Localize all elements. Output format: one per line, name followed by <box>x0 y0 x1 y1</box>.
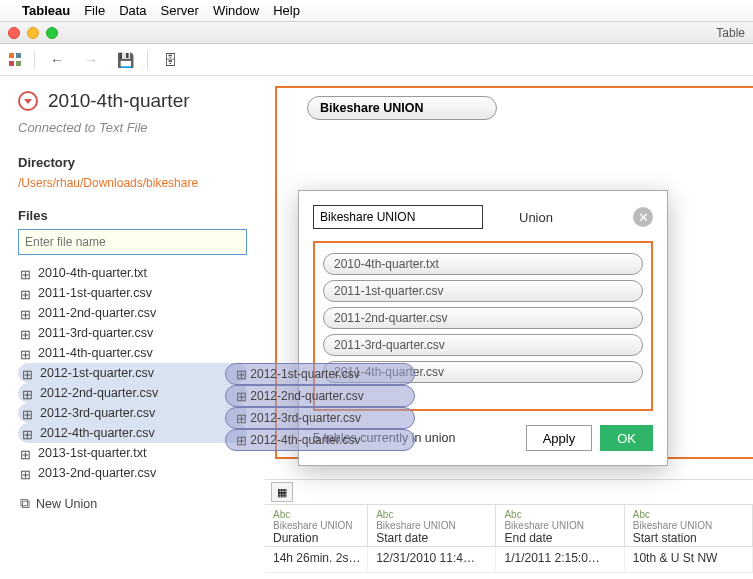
table-icon <box>236 411 247 426</box>
app-name[interactable]: Tableau <box>22 3 70 18</box>
save-button[interactable]: 💾 <box>113 49 137 71</box>
file-name: 2011-1st-quarter.csv <box>38 286 152 300</box>
table-cell: 14h 26min. 2s… <box>265 547 368 572</box>
file-filter-input[interactable] <box>18 229 247 255</box>
files-label: Files <box>18 208 247 223</box>
file-item[interactable]: 2010-4th-quarter.txt <box>18 263 247 283</box>
apply-button[interactable]: Apply <box>526 425 593 451</box>
data-grid: ▦ AbcBikeshare UNIONDurationAbcBikeshare… <box>265 479 753 579</box>
directory-label: Directory <box>18 155 247 170</box>
file-item[interactable]: 2012-4th-quarter.csv <box>18 423 247 443</box>
file-item[interactable]: 2011-3rd-quarter.csv <box>18 323 247 343</box>
menu-help[interactable]: Help <box>273 3 300 18</box>
file-list: 2010-4th-quarter.txt2011-1st-quarter.csv… <box>18 263 247 483</box>
grid-view-button[interactable]: ▦ <box>271 482 293 502</box>
drag-ghost: 2012-4th-quarter.csv <box>225 429 415 451</box>
connection-type: Connected to Text File <box>18 120 247 135</box>
left-panel: 2010-4th-quarter Connected to Text File … <box>0 76 265 579</box>
mac-menubar: Tableau File Data Server Window Help <box>0 0 753 22</box>
drag-ghost: 2012-2nd-quarter.csv <box>225 385 415 407</box>
table-icon <box>20 287 32 299</box>
new-union-button[interactable]: New Union <box>18 489 247 518</box>
file-name: 2012-4th-quarter.csv <box>40 426 155 440</box>
titlebar: Table <box>0 22 753 44</box>
union-table-pill[interactable]: 2010-4th-quarter.txt <box>323 253 643 275</box>
table-icon <box>236 367 247 382</box>
window-title: Table <box>716 26 745 40</box>
file-name: 2013-1st-quarter.txt <box>38 446 146 460</box>
table-icon <box>20 327 32 339</box>
forward-button[interactable]: → <box>79 49 103 71</box>
file-name: 2012-3rd-quarter.csv <box>40 406 155 420</box>
drag-ghost: 2012-3rd-quarter.csv <box>225 407 415 429</box>
table-icon <box>20 447 32 459</box>
union-pill-label: Bikeshare UNION <box>320 101 424 115</box>
file-item[interactable]: 2012-3rd-quarter.csv <box>18 403 247 423</box>
data-button[interactable]: 🗄 <box>158 49 182 71</box>
menu-server[interactable]: Server <box>161 3 199 18</box>
file-item[interactable]: 2011-4th-quarter.csv <box>18 343 247 363</box>
union-table-pill[interactable]: 2011-1st-quarter.csv <box>323 280 643 302</box>
table-icon <box>22 407 34 419</box>
file-item[interactable]: 2013-1st-quarter.txt <box>18 443 247 463</box>
table-icon <box>20 267 32 279</box>
table-cell: 12/31/2010 11:4… <box>368 547 496 572</box>
zoom-icon[interactable] <box>46 27 58 39</box>
union-table-pill[interactable]: 2011-3rd-quarter.csv <box>323 334 643 356</box>
union-icon <box>20 495 30 512</box>
file-name: 2011-3rd-quarter.csv <box>38 326 153 340</box>
file-name: 2013-2nd-quarter.csv <box>38 466 156 480</box>
file-name: 2011-4th-quarter.csv <box>38 346 153 360</box>
ok-button[interactable]: OK <box>600 425 653 451</box>
union-table-pill[interactable]: 2011-2nd-quarter.csv <box>323 307 643 329</box>
new-union-label: New Union <box>36 497 97 511</box>
union-name-input[interactable] <box>313 205 483 229</box>
datasource-title[interactable]: 2010-4th-quarter <box>48 90 190 112</box>
grid-toolbar: ▦ <box>265 479 753 505</box>
union-pill[interactable]: Bikeshare UNION <box>307 96 497 120</box>
table-row[interactable]: 14h 26min. 2s…12/31/2010 11:4…1/1/2011 2… <box>265 547 753 573</box>
menu-window[interactable]: Window <box>213 3 259 18</box>
table-icon <box>20 307 32 319</box>
column-header[interactable]: AbcBikeshare UNIONStart station <box>625 505 753 546</box>
grid-header: AbcBikeshare UNIONDurationAbcBikeshare U… <box>265 505 753 547</box>
file-item[interactable]: 2012-1st-quarter.csv <box>18 363 247 383</box>
dialog-title: Union <box>519 210 553 225</box>
column-header[interactable]: AbcBikeshare UNIONDuration <box>265 505 368 546</box>
table-icon <box>22 367 34 379</box>
toolbar: ← → 💾 🗄 <box>0 44 753 76</box>
table-icon <box>236 433 247 448</box>
column-header[interactable]: AbcBikeshare UNIONEnd date <box>496 505 624 546</box>
tableau-logo-icon[interactable] <box>8 52 24 68</box>
menu-data[interactable]: Data <box>119 3 146 18</box>
table-icon <box>236 389 247 404</box>
table-icon <box>22 427 34 439</box>
drag-ghost: 2012-1st-quarter.csv <box>225 363 415 385</box>
table-icon <box>20 347 32 359</box>
datasource-icon[interactable] <box>18 91 38 111</box>
table-icon <box>20 467 32 479</box>
directory-path[interactable]: /Users/rhau/Downloads/bikeshare <box>18 176 247 190</box>
menu-file[interactable]: File <box>84 3 105 18</box>
traffic-lights <box>8 27 58 39</box>
table-icon <box>22 387 34 399</box>
file-item[interactable]: 2012-2nd-quarter.csv <box>18 383 247 403</box>
file-item[interactable]: 2011-2nd-quarter.csv <box>18 303 247 323</box>
file-name: 2012-2nd-quarter.csv <box>40 386 158 400</box>
file-name: 2010-4th-quarter.txt <box>38 266 147 280</box>
file-item[interactable]: 2011-1st-quarter.csv <box>18 283 247 303</box>
file-item[interactable]: 2013-2nd-quarter.csv <box>18 463 247 483</box>
table-cell: 10th & U St NW <box>625 547 753 572</box>
file-name: 2012-1st-quarter.csv <box>40 366 154 380</box>
back-button[interactable]: ← <box>45 49 69 71</box>
file-name: 2011-2nd-quarter.csv <box>38 306 156 320</box>
table-cell: 1/1/2011 2:15:0… <box>496 547 624 572</box>
minimize-icon[interactable] <box>27 27 39 39</box>
close-icon[interactable] <box>8 27 20 39</box>
column-header[interactable]: AbcBikeshare UNIONStart date <box>368 505 496 546</box>
close-icon[interactable]: ✕ <box>633 207 653 227</box>
